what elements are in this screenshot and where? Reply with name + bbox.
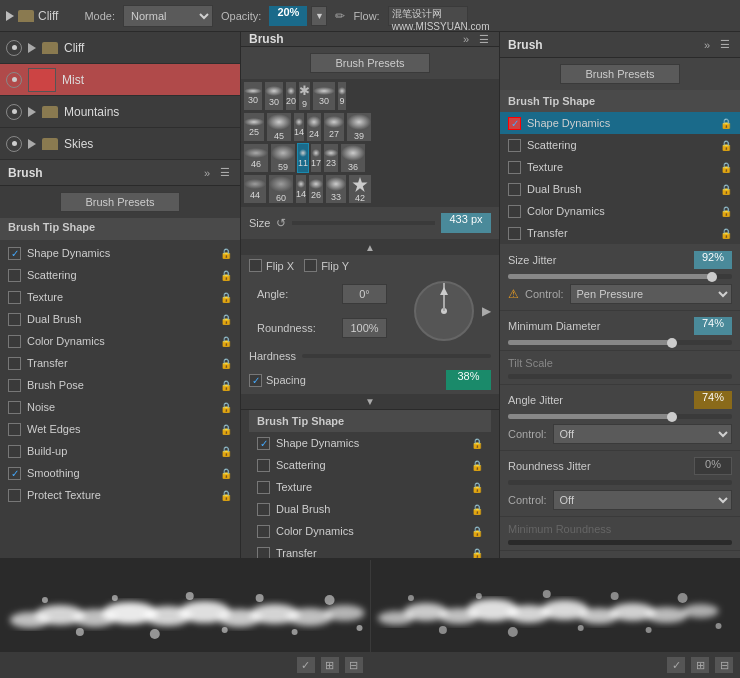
check-protect-texture[interactable] bbox=[8, 489, 21, 502]
right-option-color-dynamics[interactable]: Color Dynamics 🔒 bbox=[500, 200, 740, 222]
brush-cell-23[interactable]: 33 bbox=[325, 174, 347, 204]
check-flip-y[interactable] bbox=[304, 259, 317, 272]
left-option-transfer[interactable]: Transfer 🔒 bbox=[0, 352, 240, 374]
left-brush-presets-btn[interactable]: Brush Presets bbox=[60, 192, 180, 212]
left-option-protect-texture[interactable]: Protect Texture 🔒 bbox=[0, 484, 240, 506]
roundness-control-select[interactable]: Off Pen Pressure bbox=[553, 490, 732, 510]
check-scattering[interactable] bbox=[8, 269, 21, 282]
left-option-dual-brush[interactable]: Dual Brush 🔒 bbox=[0, 308, 240, 330]
right-check-dual-brush[interactable] bbox=[508, 183, 521, 196]
center-check-texture[interactable] bbox=[257, 481, 270, 494]
center-option-texture[interactable]: Texture 🔒 bbox=[249, 476, 491, 498]
right-option-scattering[interactable]: Scattering 🔒 bbox=[500, 134, 740, 156]
right-check-scattering[interactable] bbox=[508, 139, 521, 152]
spacing-value[interactable]: 38% bbox=[446, 370, 491, 390]
brush-cell-21[interactable]: 14 bbox=[295, 174, 307, 204]
size-jitter-value[interactable]: 92% bbox=[694, 251, 732, 269]
eye-icon-mountains[interactable] bbox=[6, 104, 22, 120]
layer-cliff[interactable]: Cliff bbox=[0, 32, 240, 64]
check-spacing[interactable] bbox=[249, 374, 262, 387]
check-brush-pose[interactable] bbox=[8, 379, 21, 392]
brush-cell-5[interactable]: 30 bbox=[312, 81, 336, 111]
control-pen-pressure-select[interactable]: Pen Pressure Off bbox=[570, 284, 732, 304]
right-check-color-dynamics[interactable] bbox=[508, 205, 521, 218]
brush-cell-3[interactable]: 20 bbox=[285, 81, 297, 111]
brush-cell-6[interactable]: 9 bbox=[337, 81, 347, 111]
left-option-brush-pose[interactable]: Brush Pose 🔒 bbox=[0, 374, 240, 396]
scroll-up-arrow[interactable]: ▲ bbox=[241, 240, 499, 255]
check-color-dynamics[interactable] bbox=[8, 335, 21, 348]
left-preview-btn-3[interactable]: ⊟ bbox=[344, 656, 364, 674]
brush-cell-15-selected[interactable]: 11 bbox=[297, 143, 309, 173]
center-panel-menu[interactable]: ☰ bbox=[477, 32, 491, 46]
layer-skies[interactable]: Skies bbox=[0, 128, 240, 160]
brush-cell-1[interactable]: 30 bbox=[243, 81, 263, 111]
center-option-scattering[interactable]: Scattering 🔒 bbox=[249, 454, 491, 476]
reset-size-icon[interactable]: ↺ bbox=[276, 216, 286, 230]
right-option-dual-brush[interactable]: Dual Brush 🔒 bbox=[500, 178, 740, 200]
left-option-smoothing[interactable]: Smoothing 🔒 bbox=[0, 462, 240, 484]
center-check-shape-dynamics[interactable] bbox=[257, 437, 270, 450]
right-panel-expand[interactable]: » bbox=[700, 38, 714, 52]
center-check-scattering[interactable] bbox=[257, 459, 270, 472]
center-check-dual-brush[interactable] bbox=[257, 503, 270, 516]
hardness-slider[interactable] bbox=[302, 354, 491, 358]
left-panel-menu[interactable]: ☰ bbox=[218, 166, 232, 180]
eye-icon-cliff[interactable] bbox=[6, 40, 22, 56]
right-check-texture[interactable] bbox=[508, 161, 521, 174]
check-flip-x[interactable] bbox=[249, 259, 262, 272]
brush-cell-4[interactable]: ✱9 bbox=[298, 81, 311, 111]
size-value[interactable]: 433 px bbox=[441, 213, 491, 233]
opacity-dropdown[interactable]: ▼ bbox=[311, 6, 327, 26]
flip-x-label[interactable]: Flip X bbox=[249, 259, 294, 272]
right-brush-presets-btn[interactable]: Brush Presets bbox=[560, 64, 680, 84]
brush-cell-22[interactable]: 26 bbox=[308, 174, 324, 204]
center-option-shape-dynamics[interactable]: Shape Dynamics 🔒 bbox=[249, 432, 491, 454]
layer-mist[interactable]: Mist bbox=[0, 64, 240, 96]
left-option-texture[interactable]: Texture 🔒 bbox=[0, 286, 240, 308]
check-wet-edges[interactable] bbox=[8, 423, 21, 436]
size-jitter-slider[interactable] bbox=[508, 274, 732, 279]
right-option-shape-dynamics[interactable]: Shape Dynamics 🔒 bbox=[500, 112, 740, 134]
check-transfer[interactable] bbox=[8, 357, 21, 370]
angle-jitter-value[interactable]: 74% bbox=[694, 391, 732, 409]
left-panel-expand[interactable]: » bbox=[200, 166, 214, 180]
right-check-shape-dynamics[interactable] bbox=[508, 117, 521, 130]
eye-icon-mist[interactable] bbox=[6, 72, 22, 88]
brush-cell-12[interactable]: 39 bbox=[346, 112, 372, 142]
spacing-check[interactable]: Spacing bbox=[249, 374, 306, 387]
brush-cell-16[interactable]: 17 bbox=[310, 143, 322, 173]
right-option-transfer[interactable]: Transfer 🔒 bbox=[500, 222, 740, 244]
angle-control-select[interactable]: Off Pen Pressure bbox=[553, 424, 732, 444]
right-check-transfer[interactable] bbox=[508, 227, 521, 240]
left-option-wet-edges[interactable]: Wet Edges 🔒 bbox=[0, 418, 240, 440]
left-preview-btn-2[interactable]: ⊞ bbox=[320, 656, 340, 674]
brush-cell-10[interactable]: 24 bbox=[306, 112, 322, 142]
center-check-color-dynamics[interactable] bbox=[257, 525, 270, 538]
center-option-dual-brush[interactable]: Dual Brush 🔒 bbox=[249, 498, 491, 520]
left-brush-tip-shape[interactable]: Brush Tip Shape bbox=[0, 218, 240, 240]
brush-cell-14[interactable]: 59 bbox=[270, 143, 296, 173]
brush-cell-20[interactable]: 60 bbox=[268, 174, 294, 204]
center-tip-shape[interactable]: Brush Tip Shape bbox=[249, 410, 491, 432]
brush-cell-2[interactable]: 30 bbox=[264, 81, 284, 111]
left-option-shape-dynamics[interactable]: Shape Dynamics 🔒 bbox=[0, 242, 240, 264]
right-option-texture[interactable]: Texture 🔒 bbox=[500, 156, 740, 178]
compass-right-arrow[interactable]: ▶ bbox=[482, 304, 491, 318]
right-preview-btn-2[interactable]: ⊞ bbox=[690, 656, 710, 674]
right-panel-menu[interactable]: ☰ bbox=[718, 38, 732, 52]
check-smoothing[interactable] bbox=[8, 467, 21, 480]
min-diameter-slider[interactable] bbox=[508, 340, 732, 345]
center-option-color-dynamics[interactable]: Color Dynamics 🔒 bbox=[249, 520, 491, 542]
brush-cell-8[interactable]: 45 bbox=[266, 112, 292, 142]
right-tip-shape[interactable]: Brush Tip Shape bbox=[500, 90, 740, 112]
brush-cell-11[interactable]: 27 bbox=[323, 112, 345, 142]
brush-cell-9[interactable]: 14 bbox=[293, 112, 305, 142]
left-option-noise[interactable]: Noise 🔒 bbox=[0, 396, 240, 418]
eye-icon-skies[interactable] bbox=[6, 136, 22, 152]
opacity-value[interactable]: 20% bbox=[269, 6, 307, 26]
brush-cell-13[interactable]: 46 bbox=[243, 143, 269, 173]
scroll-down-arrow[interactable]: ▼ bbox=[241, 394, 499, 409]
angle-jitter-slider[interactable] bbox=[508, 414, 732, 419]
compass[interactable] bbox=[414, 281, 474, 341]
